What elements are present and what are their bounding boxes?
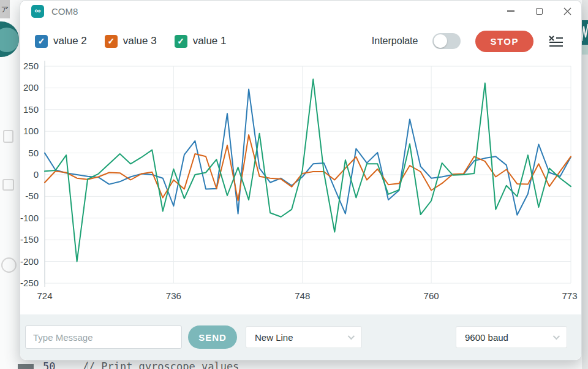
stop-button[interactable]: STOP xyxy=(475,31,533,52)
interpolate-label: Interpolate xyxy=(372,36,418,47)
indent-guide xyxy=(88,361,88,369)
maximize-icon xyxy=(536,8,543,15)
value3-checkbox[interactable] xyxy=(105,35,118,48)
chevron-down-icon xyxy=(553,333,560,340)
chevron-down-icon xyxy=(348,333,355,340)
code-comment: // Print gyroscope values xyxy=(82,360,239,369)
svg-text:250: 250 xyxy=(23,61,39,71)
legend-label: value 1 xyxy=(193,35,227,47)
message-bar: SEND New Line 9600 baud xyxy=(20,314,581,360)
svg-text:-50: -50 xyxy=(25,191,39,201)
legend: value 2 value 3 value 1 xyxy=(35,35,226,48)
message-input[interactable] xyxy=(25,325,182,349)
baud-rate-select[interactable]: 9600 baud xyxy=(456,326,567,348)
legend-item-value3[interactable]: value 3 xyxy=(105,35,157,48)
baud-rate-value: 9600 baud xyxy=(465,332,508,343)
send-button[interactable]: SEND xyxy=(188,325,237,349)
svg-text:773: 773 xyxy=(562,291,577,301)
interpolate-toggle[interactable] xyxy=(432,33,461,49)
svg-text:0: 0 xyxy=(34,169,39,180)
svg-text:200: 200 xyxy=(23,82,39,93)
minimize-button[interactable] xyxy=(497,2,525,20)
legend-item-value1[interactable]: value 1 xyxy=(175,35,227,48)
line-number: 50 xyxy=(43,360,55,369)
logo-arc xyxy=(0,28,19,52)
sidebar-ghost-icon xyxy=(3,130,13,143)
svg-text:100: 100 xyxy=(23,126,39,136)
sidebar-ghost-icon xyxy=(1,257,17,273)
window-title: COM8 xyxy=(51,6,78,17)
serial-plotter-window: COM8 value 2 value 3 value 1 xyxy=(20,0,582,360)
close-button[interactable] xyxy=(553,2,581,20)
serial-plotter-chart: -250-200-150-100-50050100150200250724736… xyxy=(20,55,582,307)
svg-text:-200: -200 xyxy=(20,256,39,267)
close-icon xyxy=(564,7,571,15)
legend-item-value2[interactable]: value 2 xyxy=(35,35,87,48)
svg-text:-150: -150 xyxy=(20,234,39,245)
background-strip xyxy=(582,45,588,55)
legend-label: value 2 xyxy=(53,35,87,47)
value1-checkbox[interactable] xyxy=(175,35,187,48)
titlebar[interactable]: COM8 xyxy=(20,1,581,21)
svg-text:748: 748 xyxy=(295,291,310,301)
window-controls xyxy=(497,2,581,20)
sidebar-ghost-icon xyxy=(2,179,14,191)
plot-thumbnail-icon xyxy=(582,20,588,45)
svg-text:736: 736 xyxy=(166,291,181,301)
editor-corner xyxy=(18,364,34,369)
clear-chart-icon[interactable] xyxy=(548,34,564,48)
code-editor-line: 50// Print gyroscope values xyxy=(43,360,239,369)
arduino-cloud-logo xyxy=(0,21,19,57)
maximize-button[interactable] xyxy=(525,2,553,20)
plotter-controls: Interpolate STOP xyxy=(372,31,564,52)
minimize-icon xyxy=(507,10,514,12)
line-ending-value: New Line xyxy=(255,332,293,343)
toggle-knob xyxy=(434,34,447,48)
ime-indicator: ア xyxy=(0,0,10,18)
plotter-header: value 2 value 3 value 1 Interpolate STOP xyxy=(35,29,564,53)
value2-checkbox[interactable] xyxy=(35,35,48,48)
arduino-infinity-icon xyxy=(31,5,44,18)
svg-text:150: 150 xyxy=(23,104,39,115)
legend-label: value 3 xyxy=(123,35,157,47)
svg-text:-100: -100 xyxy=(20,213,39,223)
svg-text:50: 50 xyxy=(28,148,39,158)
svg-text:724: 724 xyxy=(37,291,52,301)
line-ending-select[interactable]: New Line xyxy=(246,326,362,348)
svg-text:760: 760 xyxy=(424,291,439,301)
svg-text:-250: -250 xyxy=(20,278,39,288)
background-right-edge xyxy=(582,0,588,369)
